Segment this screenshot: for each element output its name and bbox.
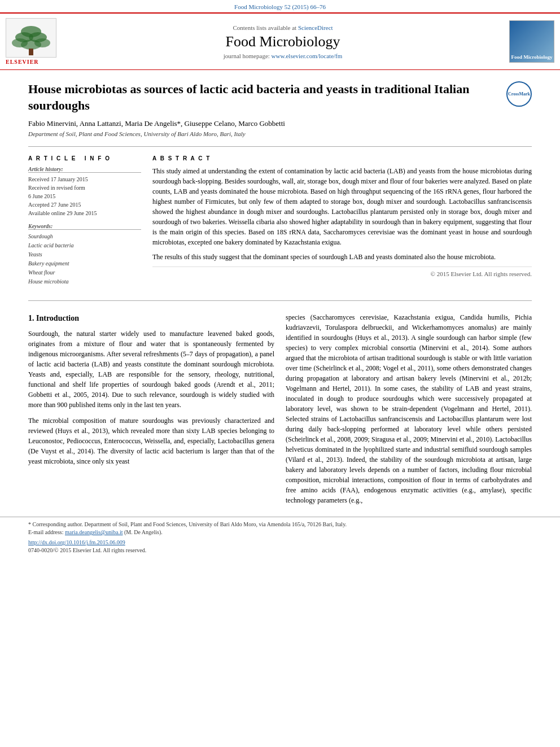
article-info-column: A R T I C L E I N F O Article history: R…	[28, 155, 141, 292]
footnote-text: * Corresponding author. Department of So…	[28, 521, 347, 527]
crossmark-badge: CrossMark	[506, 81, 532, 107]
intro-para-1: Sourdough, the natural starter widely us…	[28, 329, 274, 410]
keywords-group: Keywords: Sourdough Lactic acid bacteria…	[28, 223, 141, 286]
abstract-column: A B S T R A C T This study aimed at unde…	[152, 155, 532, 292]
elsevier-logo-area: ELSEVIER	[6, 18, 62, 65]
homepage-line: journal homepage: www.elsevier.com/locat…	[68, 53, 498, 59]
issn-text: 0740-0020/© 2015 Elsevier Ltd. All right…	[28, 547, 146, 553]
fm-cover-image: Food Microbiology	[509, 20, 554, 63]
intro-para-2: The microbial composition of mature sour…	[28, 416, 274, 466]
abstract-heading: A B S T R A C T	[152, 155, 532, 161]
received-revised-date: 6 June 2015	[28, 192, 141, 200]
footer-note: * Corresponding author. Department of So…	[28, 521, 347, 554]
elsevier-tree-icon	[8, 23, 54, 57]
svg-point-5	[34, 38, 50, 47]
email-note: (M. De Angelis).	[124, 529, 163, 535]
homepage-link[interactable]: www.elsevier.com/locate/fm	[272, 53, 343, 59]
section1-title: 1. Introduction	[28, 312, 274, 324]
main-content: House microbiotas as sources of lactic a…	[0, 70, 560, 511]
doi-link[interactable]: http://dx.doi.org/10.1016/j.fm.2015.06.0…	[28, 539, 347, 547]
keyword-3: Yeasts	[28, 250, 141, 259]
received-revised-label: Received in revised form	[28, 184, 141, 192]
keyword-2: Lactic acid bacteria	[28, 241, 141, 250]
article-title: House microbiotas as sources of lactic a…	[28, 81, 532, 113]
body-column-right: species (Saccharomyces cerevisiae, Kazac…	[286, 312, 532, 511]
elsevier-tree-graphic	[6, 18, 56, 58]
citation-text: Food Microbiology 52 (2015) 66–76	[234, 3, 326, 10]
page-footer: * Corresponding author. Department of So…	[0, 517, 560, 558]
svg-rect-6	[29, 49, 33, 55]
keyword-5: Wheat flour	[28, 268, 141, 277]
intro-para-3: species (Saccharomyces cerevisiae, Kazac…	[286, 312, 532, 505]
contents-line: Contents lists available at ScienceDirec…	[68, 24, 498, 31]
keyword-6: House microbiota	[28, 277, 141, 286]
body-section: 1. Introduction Sourdough, the natural s…	[28, 301, 532, 511]
elsevier-text: ELSEVIER	[6, 59, 62, 65]
keyword-1: Sourdough	[28, 232, 141, 241]
article-title-section: House microbiotas as sources of lactic a…	[28, 70, 532, 147]
email-label: E-mail address:	[28, 529, 63, 535]
article-info-heading: A R T I C L E I N F O	[28, 155, 141, 161]
sciencedirect-link[interactable]: ScienceDirect	[298, 24, 333, 31]
citation-bar: Food Microbiology 52 (2015) 66–76	[0, 0, 560, 12]
info-abstract-section: A R T I C L E I N F O Article history: R…	[28, 147, 532, 301]
authors: Fabio Minervini, Anna Lattanzi, Maria De…	[28, 119, 532, 128]
history-label: Article history:	[28, 166, 141, 173]
received-date: Received 17 January 2015	[28, 175, 141, 184]
email-link[interactable]: maria.deangelis@uniba.it	[65, 529, 123, 535]
available-date: Available online 29 June 2015	[28, 209, 141, 217]
copyright-line: © 2015 Elsevier Ltd. All rights reserved…	[152, 267, 532, 281]
keywords-list: Sourdough Lactic acid bacteria Yeasts Ba…	[28, 232, 141, 286]
abstract-paragraph-2: The results of this study suggest that t…	[152, 252, 532, 262]
article-history-group: Article history: Received 17 January 201…	[28, 166, 141, 217]
journal-cover-area: Food Microbiology	[504, 20, 554, 63]
journal-header: ELSEVIER Contents lists available at Sci…	[0, 12, 560, 70]
journal-title: Food Microbiology	[68, 33, 498, 50]
keyword-4: Bakery equipment	[28, 259, 141, 268]
affiliation: Department of Soil, Plant and Food Scien…	[28, 130, 532, 137]
abstract-text: This study aimed at understanding the ex…	[152, 166, 532, 262]
keywords-label: Keywords:	[28, 223, 141, 230]
body-column-left: 1. Introduction Sourdough, the natural s…	[28, 312, 274, 511]
journal-header-center: Contents lists available at ScienceDirec…	[68, 24, 498, 59]
abstract-paragraph-1: This study aimed at understanding the ex…	[152, 166, 532, 247]
accepted-date: Accepted 27 June 2015	[28, 200, 141, 209]
